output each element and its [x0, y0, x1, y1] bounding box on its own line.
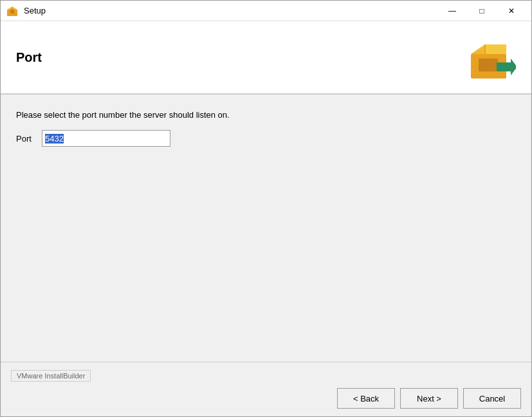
setup-window: Setup — □ ✕ Port: [0, 0, 532, 417]
window-controls: — □ ✕: [437, 1, 526, 21]
back-button[interactable]: < Back: [337, 388, 395, 409]
next-button[interactable]: Next >: [400, 388, 458, 409]
footer: VMware InstallBuilder < Back Next > Canc…: [1, 362, 531, 416]
svg-marker-6: [485, 44, 506, 54]
svg-marker-2: [10, 10, 14, 14]
svg-rect-8: [479, 59, 498, 71]
port-input[interactable]: [42, 130, 170, 147]
footer-buttons: < Back Next > Cancel: [11, 388, 521, 409]
cancel-button[interactable]: Cancel: [463, 388, 521, 409]
header-icon: [464, 32, 516, 83]
maximize-button[interactable]: □: [467, 1, 497, 21]
title-bar: Setup — □ ✕: [1, 1, 531, 21]
page-title: Port: [16, 50, 42, 65]
close-button[interactable]: ✕: [497, 1, 526, 21]
window-title: Setup: [24, 6, 437, 15]
port-label: Port: [16, 134, 35, 144]
title-bar-icon: [6, 5, 19, 17]
header-section: Port: [1, 21, 531, 95]
brand-label: VMware InstallBuilder: [11, 370, 91, 382]
main-content: Please select the port number the server…: [1, 95, 531, 362]
svg-marker-5: [471, 44, 485, 54]
description-text: Please select the port number the server…: [16, 110, 516, 120]
port-row: Port: [16, 130, 516, 147]
minimize-button[interactable]: —: [437, 1, 467, 21]
